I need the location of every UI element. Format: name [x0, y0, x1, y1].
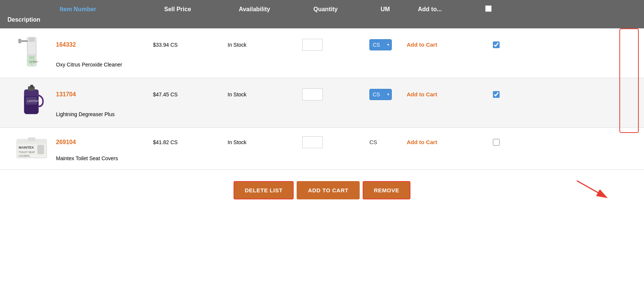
- quantity-input-3[interactable]: [302, 136, 323, 148]
- row-checkbox-3[interactable]: [493, 139, 500, 146]
- svg-rect-5: [29, 56, 35, 58]
- table-row: SPRAY 164332 $33.94 CS In Stock CS EA: [0, 28, 644, 78]
- col-header-add-to: Add to...: [418, 6, 485, 13]
- product-table: Item Number Sell Price Availability Quan…: [0, 0, 644, 292]
- quantity-1[interactable]: [302, 39, 369, 51]
- availability-2: In Stock: [228, 91, 302, 97]
- row-checkbox-1[interactable]: [493, 41, 500, 48]
- table-row: MAINTEX TOILET SEAT COVERS 269104 $41.82…: [0, 128, 644, 170]
- jug-icon: LIGHTNING: [17, 84, 47, 121]
- product-image-1: SPRAY: [7, 34, 56, 72]
- row-checkbox-wrapper-1[interactable]: [481, 41, 511, 48]
- seat-covers-box-icon: MAINTEX TOILET SEAT COVERS: [15, 134, 49, 164]
- spray-bottle-icon: SPRAY: [17, 34, 47, 72]
- arrow-annotation: [573, 177, 625, 207]
- availability-3: In Stock: [228, 139, 302, 145]
- add-to-cart-link-1[interactable]: Add to Cart: [407, 41, 437, 48]
- sell-price-1: $33.94 CS: [153, 42, 228, 48]
- row-checkbox-2[interactable]: [493, 91, 500, 98]
- col-header-availability: Availability: [239, 6, 313, 13]
- um-select-1[interactable]: CS EA: [369, 39, 392, 50]
- availability-1: In Stock: [228, 42, 302, 48]
- um-2[interactable]: CS EA: [369, 89, 407, 100]
- footer-actions: DELETE LIST ADD TO CART REMOVE: [0, 170, 644, 211]
- col-header-sell-price: Sell Price: [164, 6, 239, 13]
- svg-text:TOILET SEAT: TOILET SEAT: [19, 151, 35, 153]
- row-checkbox-wrapper-3[interactable]: [481, 139, 511, 146]
- remove-button[interactable]: REMOVE: [363, 181, 410, 199]
- svg-text:MAINTEX: MAINTEX: [19, 146, 34, 149]
- item-number-3[interactable]: 269104: [56, 139, 153, 146]
- svg-text:SPRAY: SPRAY: [29, 60, 38, 63]
- add-to-cart-link-3[interactable]: Add to Cart: [407, 139, 437, 145]
- item-number-1[interactable]: 164332: [56, 41, 153, 48]
- sell-price-2: $47.45 CS: [153, 91, 228, 97]
- description-2: Lightning Degreaser Plus: [56, 109, 511, 117]
- col-header-item-number: Item Number: [60, 6, 164, 13]
- svg-text:COVERS: COVERS: [19, 155, 30, 157]
- um-dropdown-1[interactable]: CS EA: [369, 39, 392, 50]
- um-1[interactable]: CS EA: [369, 39, 407, 50]
- product-image-3: MAINTEX TOILET SEAT COVERS: [7, 134, 56, 164]
- quantity-3[interactable]: [302, 136, 369, 148]
- add-to-cart-1[interactable]: Add to Cart: [407, 41, 481, 48]
- table-row: LIGHTNING 131704 $47.45 CS In Stock CS E…: [0, 78, 644, 128]
- quantity-input-2[interactable]: [302, 88, 323, 100]
- add-to-cart-link-2[interactable]: Add to Cart: [407, 91, 437, 97]
- svg-rect-11: [30, 85, 33, 88]
- col-header-checkbox[interactable]: [485, 5, 507, 13]
- quantity-input-1[interactable]: [302, 39, 323, 51]
- svg-text:LIGHTNING: LIGHTNING: [27, 100, 41, 102]
- item-number-2[interactable]: 131704: [56, 91, 153, 98]
- product-rows: SPRAY 164332 $33.94 CS In Stock CS EA: [0, 28, 644, 170]
- col-header-um: UM: [381, 6, 418, 13]
- product-image-2: LIGHTNING: [7, 84, 56, 121]
- add-to-cart-3[interactable]: Add to Cart: [407, 139, 481, 145]
- quantity-2[interactable]: [302, 88, 369, 100]
- select-all-checkbox[interactable]: [485, 5, 492, 12]
- add-to-cart-button[interactable]: ADD TO CART: [297, 181, 360, 199]
- svg-rect-3: [18, 39, 21, 43]
- svg-rect-1: [29, 37, 35, 42]
- description-3: Maintex Toilet Seat Covers: [56, 153, 511, 161]
- row-checkbox-wrapper-2[interactable]: [481, 91, 511, 98]
- um-select-2[interactable]: CS EA: [369, 89, 392, 100]
- col-header-description: Description: [7, 16, 40, 23]
- svg-rect-16: [28, 137, 35, 141]
- svg-rect-20: [37, 145, 44, 154]
- svg-line-21: [577, 181, 607, 198]
- table-header: Item Number Sell Price Availability Quan…: [0, 0, 644, 28]
- sell-price-3: $41.82 CS: [153, 139, 228, 145]
- delete-list-button[interactable]: DELETE LIST: [234, 181, 294, 199]
- um-3: CS: [369, 139, 407, 145]
- col-header-quantity: Quantity: [313, 6, 381, 13]
- um-dropdown-2[interactable]: CS EA: [369, 89, 392, 100]
- description-1: Oxy Citrus Peroxide Cleaner: [56, 59, 511, 68]
- add-to-cart-2[interactable]: Add to Cart: [407, 91, 481, 97]
